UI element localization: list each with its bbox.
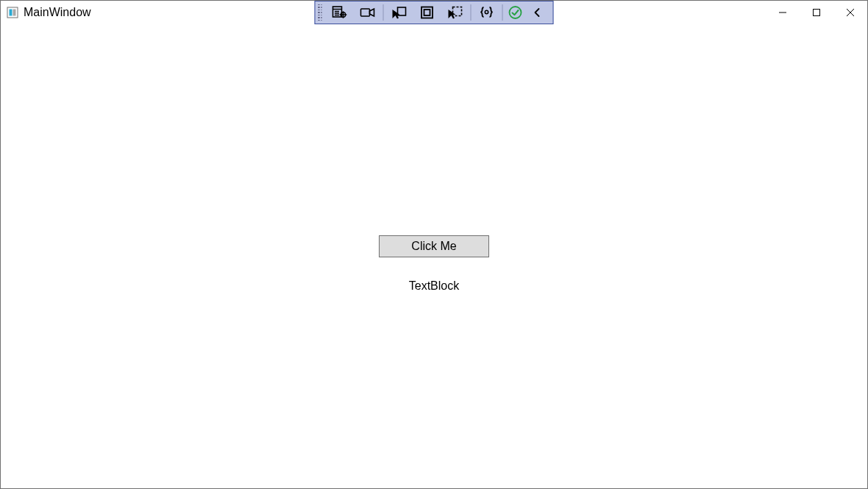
svg-rect-0 <box>7 7 18 18</box>
click-me-button[interactable]: Click Me <box>379 235 489 257</box>
svg-rect-17 <box>421 7 433 18</box>
maximize-button[interactable] <box>800 1 833 24</box>
client-area: Click Me TextBlock <box>1 25 867 488</box>
track-focused-element-button[interactable] <box>441 2 469 23</box>
square-icon <box>420 5 435 20</box>
toolbar-grip[interactable] <box>317 3 323 22</box>
minimize-button[interactable] <box>766 1 800 24</box>
cursor-square-dashed-icon <box>447 5 463 20</box>
title-bar-left: MainWindow <box>7 6 91 19</box>
toolbar-separator <box>471 4 472 21</box>
hot-reload-button[interactable] <box>505 2 527 23</box>
tree-target-icon <box>332 5 348 20</box>
text-block: TextBlock <box>409 279 459 293</box>
braces-dot-icon <box>479 5 495 20</box>
binding-diagnostics-button[interactable] <box>473 2 501 23</box>
collapse-toolbar-button[interactable] <box>527 2 549 23</box>
video-icon <box>360 6 376 19</box>
go-to-live-visual-tree-button[interactable] <box>326 2 354 23</box>
caption-buttons <box>766 1 867 24</box>
cursor-box-icon <box>391 5 408 20</box>
content-stack: Click Me TextBlock <box>379 235 489 293</box>
svg-rect-2 <box>13 10 16 16</box>
app-window: MainWindow <box>0 0 868 489</box>
display-layout-adorners-button[interactable] <box>413 2 441 23</box>
debug-toolbar[interactable] <box>315 1 554 24</box>
select-element-button[interactable] <box>385 2 413 23</box>
close-button[interactable] <box>833 1 867 24</box>
chevron-left-icon <box>533 7 543 18</box>
recorder-button[interactable] <box>354 2 382 23</box>
svg-point-20 <box>485 10 488 13</box>
toolbar-separator <box>383 4 384 21</box>
svg-rect-1 <box>10 10 13 16</box>
window-title: MainWindow <box>24 6 91 19</box>
svg-point-21 <box>510 7 522 18</box>
svg-rect-15 <box>361 9 370 16</box>
svg-rect-18 <box>424 10 430 15</box>
svg-rect-4 <box>814 10 820 16</box>
toolbar-separator <box>502 4 503 21</box>
app-icon <box>7 7 18 18</box>
check-circle-icon <box>508 5 523 20</box>
